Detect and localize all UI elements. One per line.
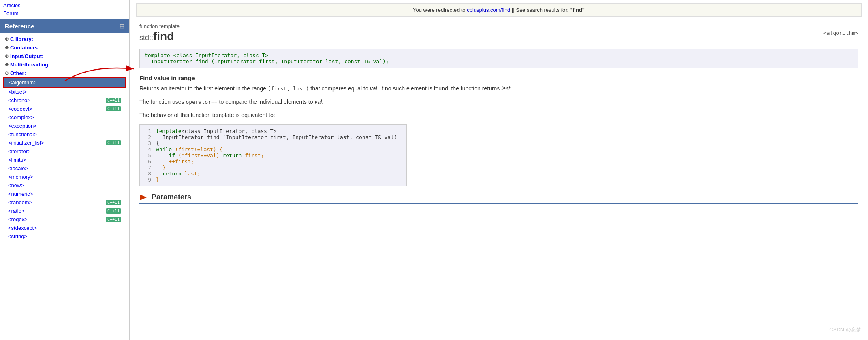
arrow-right-icon (139, 193, 148, 202)
sidebar-sub-item-algorithm-label: <algorithm> (9, 79, 37, 86)
sidebar-sub-item-ratio[interactable]: <ratio> C++11 (3, 207, 126, 215)
redirect-text-middle: || See search results for: (510, 7, 570, 13)
sidebar-item-inputoutput-label: Input/Output: (10, 53, 43, 59)
sidebar-sub-item-limits[interactable]: <limits> (3, 156, 126, 164)
sidebar: Articles Forum Reference ⊞ ⊕ C library: … (0, 0, 130, 340)
sidebar-header-title: Reference (5, 23, 34, 30)
sidebar-sub-item-regex[interactable]: <regex> C++11 (3, 215, 126, 224)
function-title: std::find (139, 30, 174, 43)
algorithm-tag-text: <algorithm> (823, 30, 858, 36)
sidebar-sub-item-complex-label: <complex> (8, 114, 34, 120)
expand-icon: ⊕ (5, 53, 9, 59)
code-line-9: 9 } (145, 177, 402, 183)
function-title-row: std::find <algorithm> (139, 30, 858, 45)
sidebar-header-icon: ⊞ (119, 22, 124, 30)
sidebar-sub-item-stdexcept[interactable]: <stdexcept> (3, 224, 126, 232)
code-line-8: 8 return last; (145, 171, 402, 177)
expand-icon: ⊕ (5, 62, 9, 67)
code-block: 1 template<class InputIterator, class T>… (139, 124, 407, 186)
random-badge: C++11 (106, 200, 121, 205)
sidebar-sub-item-codecvt-label: <codecvt> (8, 106, 32, 112)
sidebar-sub-item-bitset-label: <bitset> (8, 89, 27, 95)
watermark: CSDN @忘梦 (829, 326, 862, 334)
sidebar-sub-item-locale-label: <locale> (8, 165, 28, 171)
sidebar-item-other[interactable]: ⊖ Other: (3, 69, 126, 77)
section-heading: Find value in range (139, 75, 858, 81)
sidebar-item-other-label: Other: (10, 70, 26, 76)
parameters-heading-text: Parameters (152, 193, 191, 201)
description-3: The behavior of this function template i… (139, 111, 858, 120)
sidebar-item-containers[interactable]: ⊕ Containers: (3, 43, 126, 52)
sidebar-top-links: Articles Forum (0, 0, 129, 19)
sidebar-item-clibrary-label: C library: (10, 36, 33, 42)
code-line-5: 5 if (*first==val) return first; (145, 152, 402, 158)
sidebar-sub-item-numeric-label: <numeric> (8, 191, 33, 197)
sidebar-sub-item-initializerlist-label: <initializer_list> (8, 140, 44, 146)
content-area: function template std::find <algorithm> … (130, 20, 868, 214)
sidebar-sub-item-new[interactable]: <new> (3, 181, 126, 190)
sidebar-header: Reference ⊞ (0, 19, 129, 33)
function-name: find (153, 30, 174, 43)
sidebar-item-containers-label: Containers: (10, 45, 39, 51)
sidebar-sub-item-algorithm[interactable]: <algorithm> (3, 77, 126, 88)
code-line-3: 3 { (145, 140, 402, 146)
sidebar-sub-item-exception[interactable]: <exception> (3, 122, 126, 130)
sidebar-sub-item-regex-label: <regex> (8, 216, 28, 222)
description-2: The function uses operator== to compare … (139, 97, 858, 107)
sidebar-sub-item-memory-label: <memory> (8, 174, 33, 180)
algorithm-tag: <algorithm> (823, 30, 858, 36)
description-1: Returns an iterator to the first element… (139, 84, 858, 93)
sidebar-sub-item-random[interactable]: <random> C++11 (3, 198, 126, 207)
sig-line2: InputIterator find (InputIterator first,… (145, 58, 389, 64)
code-line-4: 4 while (first!=last) { (145, 146, 402, 152)
expand-icon: ⊕ (5, 45, 9, 50)
parameters-heading: Parameters (139, 193, 858, 204)
sidebar-sub-item-complex[interactable]: <complex> (3, 113, 126, 122)
sidebar-sub-item-string[interactable]: <string> (3, 232, 126, 241)
redirect-bar: You were redirected to cplusplus.com/fin… (136, 3, 862, 17)
ratio-badge: C++11 (106, 208, 121, 214)
sidebar-sub-item-initializerlist[interactable]: <initializer_list> C++11 (3, 139, 126, 147)
sidebar-sub-item-exception-label: <exception> (8, 123, 37, 129)
sidebar-sub-item-limits-label: <limits> (8, 157, 26, 163)
redirect-link[interactable]: cplusplus.com/find (467, 7, 510, 13)
sidebar-sub-item-chrono[interactable]: <chrono> C++11 (3, 96, 126, 105)
code-line-1: 1 template<class InputIterator, class T> (145, 128, 402, 134)
sidebar-sub-item-iterator[interactable]: <iterator> (3, 147, 126, 156)
sidebar-sections: ⊕ C library: ⊕ Containers: ⊕ Input/Outpu… (0, 33, 129, 242)
sidebar-sub-item-stdexcept-label: <stdexcept> (8, 225, 37, 231)
code-line-2: 2 InputIterator find (InputIterator firs… (145, 134, 402, 140)
sidebar-sub-item-string-label: <string> (8, 233, 27, 239)
main-content: You were redirected to cplusplus.com/fin… (130, 0, 868, 340)
sidebar-sub-item-numeric[interactable]: <numeric> (3, 190, 126, 198)
expand-icon: ⊖ (5, 71, 9, 76)
search-term: "find" (570, 7, 585, 13)
code-signature: template <class InputIterator, class T> … (139, 49, 858, 68)
chrono-badge: C++11 (106, 98, 121, 103)
initializerlist-badge: C++11 (106, 140, 121, 145)
function-prefix: std:: (139, 34, 153, 42)
sidebar-sub-item-random-label: <random> (8, 199, 32, 205)
sidebar-sub-item-iterator-label: <iterator> (8, 148, 31, 154)
svg-marker-0 (140, 195, 147, 200)
sidebar-sub-item-locale[interactable]: <locale> (3, 164, 126, 173)
sidebar-sub-item-ratio-label: <ratio> (8, 208, 24, 214)
sidebar-sub-item-new-label: <new> (8, 182, 24, 188)
sidebar-sub-item-codecvt[interactable]: <codecvt> C++11 (3, 105, 126, 113)
expand-icon: ⊕ (5, 36, 9, 42)
sidebar-item-inputoutput[interactable]: ⊕ Input/Output: (3, 52, 126, 60)
sidebar-item-multithreading[interactable]: ⊕ Multi-threading: (3, 60, 126, 69)
sidebar-sub-item-functional[interactable]: <functional> (3, 130, 126, 139)
redirect-text-before: You were redirected to (413, 7, 467, 13)
articles-link[interactable]: Articles (3, 2, 126, 9)
forum-link[interactable]: Forum (3, 9, 126, 17)
sidebar-item-multithreading-label: Multi-threading: (10, 62, 50, 68)
regex-badge: C++11 (106, 217, 121, 222)
sidebar-item-clibrary[interactable]: ⊕ C library: (3, 35, 126, 43)
parameters-section: Parameters (139, 193, 858, 204)
function-label: function template (139, 23, 858, 29)
codecvt-badge: C++11 (106, 106, 121, 111)
code-line-6: 6 ++first; (145, 158, 402, 165)
sidebar-sub-item-bitset[interactable]: <bitset> (3, 88, 126, 96)
sidebar-sub-item-memory[interactable]: <memory> (3, 173, 126, 181)
